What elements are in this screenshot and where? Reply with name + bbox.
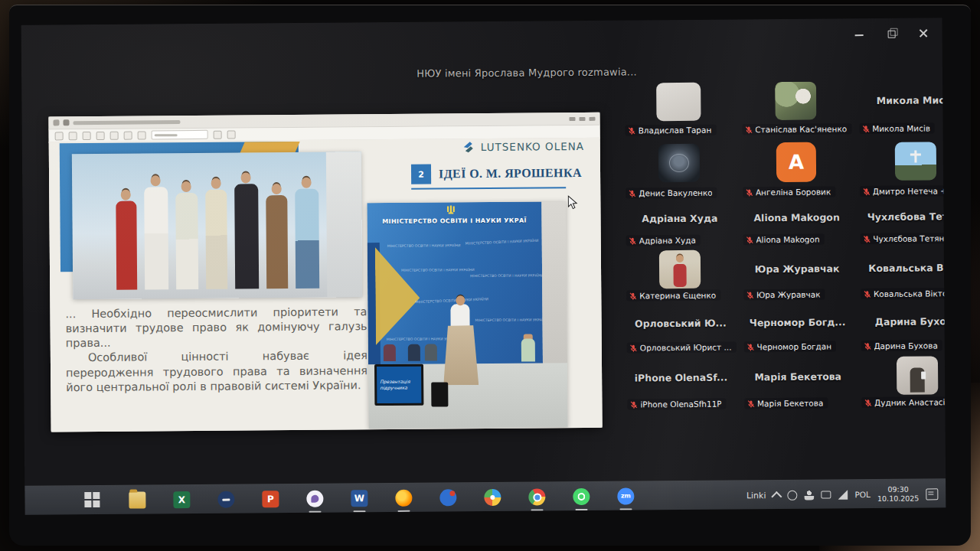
- participant-label: Aliona Makogon: [756, 235, 819, 245]
- meeting-app-screen: НЮУ імені Ярослава Мудрого rozmawia...: [21, 18, 946, 514]
- mic-muted-icon: [863, 342, 871, 350]
- participant-label: Владислав Таран: [639, 126, 712, 135]
- participant-label: Дмитро Нетеча + Ве...: [873, 186, 946, 196]
- links-toolbar-label[interactable]: Linki: [746, 491, 766, 500]
- pdf-minimize-icon[interactable]: [569, 117, 575, 121]
- participant-avatar: [897, 356, 938, 394]
- taskbar-app-viber[interactable]: [306, 491, 323, 507]
- tray-display-icon[interactable]: [821, 491, 831, 498]
- taskbar-app-blue[interactable]: [439, 489, 456, 506]
- taskbar-app-zoom[interactable]: zm: [617, 487, 634, 504]
- participant-tile[interactable]: Ковальська Вік... Ковальська Вікторія ..…: [855, 247, 946, 303]
- participant-label: Ангеліна Боровик: [756, 187, 831, 197]
- taskbar-app-powerpoint[interactable]: P: [262, 491, 279, 507]
- participant-tile[interactable]: Дарина Бухова Дарина Бухова: [856, 302, 946, 355]
- participant-tile[interactable]: Aliona Makogon Aliona Makogon: [738, 201, 855, 249]
- toolbar-button[interactable]: [69, 132, 77, 140]
- seated-person: [408, 344, 420, 361]
- minimize-icon[interactable]: [854, 28, 866, 40]
- toolbar-button[interactable]: [96, 131, 105, 139]
- tray-contact-icon[interactable]: [804, 490, 814, 500]
- participant-tile[interactable]: Чухлєбова Тетя... Чухлєбова Тетяна: [855, 200, 946, 248]
- participant-avatar: [658, 144, 700, 182]
- participant-tile[interactable]: Черномор Богд... Черномор Богдан: [739, 303, 856, 356]
- notification-center-icon[interactable]: [926, 488, 938, 500]
- mic-muted-icon: [744, 126, 753, 134]
- slide-header-underline: [411, 187, 566, 190]
- podium: [443, 325, 479, 385]
- taskbar-app-whatsapp[interactable]: [573, 488, 590, 505]
- participant-tile[interactable]: Юра Журавчак Юра Журавчак: [738, 248, 855, 304]
- mic-muted-icon: [628, 189, 636, 197]
- mic-muted-icon: [861, 125, 870, 133]
- toolbar-button[interactable]: [55, 132, 64, 140]
- close-icon[interactable]: [918, 27, 930, 39]
- ministry-banner-title: МІНІСТЕРСТВО ОСВІТИ І НАУКИ УКРАЇ: [375, 217, 534, 225]
- participant-tile[interactable]: Денис Вакуленко: [621, 139, 738, 202]
- participant-label: Адріана Худа: [639, 236, 696, 246]
- participant-label: Микола Мисів: [872, 123, 930, 133]
- toolbar-button[interactable]: [124, 131, 132, 139]
- participant-center-name: Ковальська Вік...: [868, 262, 946, 274]
- participant-name-pill: Орловський Юрист ...: [627, 341, 737, 353]
- participant-name-pill: Марія Бекетова: [744, 397, 828, 409]
- taskbar-app-start[interactable]: [84, 492, 101, 509]
- participant-tile[interactable]: Станіслав Кас'яненко: [737, 78, 855, 139]
- trident-emblem-icon: [446, 205, 456, 215]
- participant-tile[interactable]: iPhone OlenaSf... iPhone OlenaSfh11P: [622, 356, 740, 413]
- participant-tile[interactable]: Микола Мисів Микола Мисів: [854, 77, 946, 138]
- participant-tile[interactable]: Владислав Таран: [620, 79, 737, 139]
- mic-muted-icon: [629, 400, 638, 409]
- taskbar-app-chrome[interactable]: [528, 488, 545, 505]
- clock[interactable]: 09:30 10.10.2025: [877, 485, 920, 504]
- toolbar-button[interactable]: [214, 130, 222, 139]
- participant-name-pill: Микола Мисів: [859, 122, 935, 134]
- taskbar-app-word[interactable]: W: [351, 490, 368, 507]
- participant-tile[interactable]: Дмитро Нетеча + Ве...: [854, 137, 946, 201]
- person-silhouette: [295, 189, 319, 289]
- mic-muted-icon: [746, 399, 755, 408]
- pdf-restore-icon[interactable]: [579, 116, 585, 120]
- mic-muted-icon: [745, 236, 753, 244]
- backdrop-yellow-triangle: [375, 247, 420, 345]
- participant-tile[interactable]: Дудник Анастасія: [856, 354, 946, 412]
- toolbar-button[interactable]: [110, 131, 119, 139]
- language-indicator[interactable]: POL: [854, 490, 871, 499]
- person-silhouette: [205, 190, 227, 289]
- tray-app-icon[interactable]: [787, 490, 797, 500]
- network-icon[interactable]: [838, 490, 848, 500]
- participant-tile[interactable]: Катерина Єщенко: [622, 249, 739, 305]
- participant-avatar: [895, 142, 936, 180]
- seated-person: [425, 344, 437, 360]
- participant-name-pill: Юра Журавчак: [743, 289, 825, 300]
- participant-tile[interactable]: Марія Бекетова Марія Бекетова: [740, 355, 858, 412]
- participant-label: Чухлєбова Тетяна: [873, 233, 946, 243]
- taskbar-app-dark[interactable]: [217, 491, 234, 508]
- participant-tile[interactable]: Адріана Худа Адріана Худа: [621, 201, 738, 249]
- seated-person: [521, 338, 535, 361]
- taskbar-app-firefox[interactable]: [395, 490, 412, 507]
- pdf-close-icon[interactable]: [589, 116, 595, 120]
- photo-wall-right: [541, 201, 567, 364]
- slide-photo-group: [72, 152, 362, 299]
- participant-tile[interactable]: A Ангеліна Боровик: [737, 138, 855, 201]
- participant-tile[interactable]: Орловський Ю... Орловський Юрист ...: [622, 304, 739, 357]
- toolbar-button[interactable]: [138, 131, 146, 139]
- participant-center-name: Черномор Богд...: [750, 316, 846, 328]
- seated-person: [384, 344, 396, 361]
- participant-name-pill: Дмитро Нетеча + Ве...: [860, 185, 946, 197]
- taskbar-app-excel[interactable]: X: [173, 491, 190, 508]
- find-input[interactable]: [152, 130, 208, 140]
- mic-muted-icon: [745, 188, 753, 197]
- participant-name-pill: Денис Вакуленко: [626, 187, 717, 199]
- toolbar-button[interactable]: [83, 132, 91, 140]
- toolbar-button[interactable]: [227, 130, 236, 139]
- mic-muted-icon: [629, 236, 637, 245]
- participant-name-pill: Ковальська Вікторія ...: [861, 288, 946, 299]
- tray-overflow-chevron-icon[interactable]: [771, 491, 782, 501]
- person-silhouette: [175, 193, 198, 289]
- restore-icon[interactable]: [886, 28, 898, 40]
- pdf-menu-icon: [63, 119, 69, 126]
- taskbar-app-explorer[interactable]: [129, 491, 145, 508]
- taskbar-app-photos[interactable]: [484, 489, 501, 506]
